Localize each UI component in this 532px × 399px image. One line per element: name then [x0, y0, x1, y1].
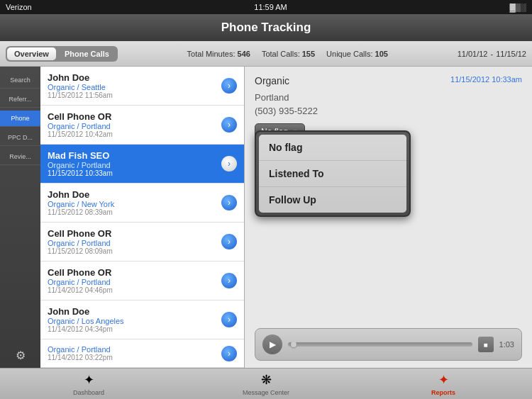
progress-bar[interactable]	[288, 342, 472, 347]
call-arrow-icon: ›	[221, 234, 237, 249]
call-name: Cell Phone OR	[48, 267, 221, 278]
sidebar-item-phone[interactable]: Phone	[0, 111, 40, 127]
call-item[interactable]: Cell Phone OROrganic / Portland11/15/201…	[40, 106, 244, 145]
call-source: Organic / Portland	[48, 161, 221, 169]
tab-bar-reports-label: Reports	[431, 389, 455, 396]
call-time: 11/15/2012 08:39am	[48, 208, 221, 216]
date-separator: -	[491, 50, 494, 58]
call-item[interactable]: Mad Fish SEOOrganic / Portland11/15/2012…	[40, 145, 244, 184]
detail-header: Organic 11/15/2012 10:33am	[255, 75, 522, 86]
tab-bar-dashboard-label: Dashboard	[73, 389, 104, 396]
play-button[interactable]: ▶	[262, 335, 282, 354]
main-content: Search Referr... Phone PPC D... Revie...…	[0, 67, 532, 368]
battery-icon: ▓▒░	[509, 3, 526, 11]
sidebar: Search Referr... Phone PPC D... Revie...…	[0, 67, 40, 368]
flag-dropdown-menu: No flag Listened To Follow Up	[255, 130, 411, 217]
call-arrow-icon: ›	[221, 195, 237, 210]
call-source: Organic / Portland	[48, 239, 221, 247]
call-arrow-icon: ›	[221, 273, 237, 288]
call-item[interactable]: John DoeOrganic / Los Angeles11/14/2012 …	[40, 300, 244, 339]
detail-location: Portland	[255, 92, 522, 103]
call-arrow-icon: ›	[221, 117, 237, 133]
tab-bar-dashboard[interactable]: ✦ Dashboard	[0, 372, 177, 396]
reports-icon: ✦	[438, 372, 449, 388]
sidebar-item-search[interactable]: Search	[0, 72, 40, 89]
page-title: Phone Tracking	[221, 21, 311, 35]
detail-panel: Organic 11/15/2012 10:33am Portland (503…	[245, 67, 532, 368]
call-arrow-icon: ›	[221, 156, 237, 172]
call-time: 11/14/2012 03:22pm	[48, 354, 221, 361]
call-source: Organic / Portland	[48, 278, 221, 286]
messages-icon: ❋	[261, 372, 272, 388]
time-label: 11:59 AM	[254, 3, 287, 11]
call-arrow-icon: ›	[221, 312, 237, 327]
dashboard-icon: ✦	[84, 372, 94, 388]
total-minutes-label: Total Minutes: 546	[187, 50, 250, 58]
call-time: 11/15/2012 11:56am	[48, 91, 221, 99]
tab-bar-reports[interactable]: ✦ Reports	[355, 372, 532, 396]
header-stats: Total Minutes: 546 Total Calls: 155 Uniq…	[123, 50, 452, 58]
call-source: Organic / Los Angeles	[48, 317, 221, 325]
audio-duration: 1:03	[499, 340, 514, 349]
call-list: John DoeOrganic / Seattle11/15/2012 11:5…	[40, 67, 245, 368]
audio-player: ▶ ■ 1:03	[255, 328, 522, 361]
detail-timestamp: 11/15/2012 10:33am	[450, 75, 522, 84]
sidebar-item-referral[interactable]: Referr...	[0, 91, 40, 108]
detail-phone: (503) 935-5222	[255, 106, 522, 116]
call-source: Organic / Portland	[48, 122, 221, 130]
tab-phone-calls[interactable]: Phone Calls	[57, 47, 116, 60]
title-bar: Phone Tracking	[0, 14, 532, 41]
call-name: John Doe	[48, 306, 221, 317]
dropdown-item-listened[interactable]: Listened To	[259, 161, 406, 187]
progress-indicator	[291, 342, 297, 347]
sidebar-item-ppc[interactable]: PPC D...	[0, 130, 40, 146]
call-source: Organic / New York	[48, 200, 221, 208]
call-name: John Doe	[48, 72, 221, 83]
call-source: Organic / Seattle	[48, 83, 221, 91]
call-arrow-icon: ›	[221, 78, 237, 94]
sub-header: Overview Phone Calls Total Minutes: 546 …	[0, 41, 532, 67]
call-arrow-icon: ›	[221, 346, 237, 361]
call-name: Mad Fish SEO	[48, 150, 221, 161]
date-start: 11/01/12	[458, 50, 488, 58]
dropdown-item-followup[interactable]: Follow Up	[259, 187, 406, 213]
carrier-label: Verizon	[6, 3, 32, 11]
call-item[interactable]: Organic / Portland11/14/2012 03:22pm›	[40, 339, 244, 368]
call-time: 11/15/2012 10:33am	[48, 169, 221, 177]
settings-icon[interactable]: ⚙	[16, 349, 26, 362]
call-source: Organic / Portland	[48, 345, 221, 354]
detail-source: Organic	[255, 75, 289, 86]
date-end: 11/15/12	[496, 50, 526, 58]
call-item[interactable]: John DoeOrganic / Seattle11/15/2012 11:5…	[40, 67, 244, 106]
stop-button[interactable]: ■	[478, 337, 494, 352]
call-item[interactable]: Cell Phone OROrganic / Portland11/15/201…	[40, 223, 244, 262]
total-calls-label: Total Calls: 155	[262, 50, 315, 58]
call-item[interactable]: Cell Phone OROrganic / Portland11/14/201…	[40, 262, 244, 300]
tab-bar: ✦ Dashboard ❋ Message Center ✦ Reports	[0, 368, 532, 399]
call-time: 11/14/2012 04:46pm	[48, 286, 221, 294]
call-name: John Doe	[48, 189, 221, 200]
dropdown-item-no-flag[interactable]: No flag	[259, 135, 406, 161]
unique-calls-label: Unique Calls: 105	[326, 50, 388, 58]
call-item[interactable]: John DoeOrganic / New York11/15/2012 08:…	[40, 184, 244, 223]
tab-overview[interactable]: Overview	[7, 47, 56, 60]
status-bar: Verizon 11:59 AM ▓▒░	[0, 0, 532, 14]
call-time: 11/15/2012 08:09am	[48, 247, 221, 255]
tab-bar-messages[interactable]: ❋ Message Center	[177, 372, 355, 396]
call-name: Cell Phone OR	[48, 111, 221, 122]
view-tabs: Overview Phone Calls	[6, 46, 118, 62]
dropdown-inner: No flag Listened To Follow Up	[259, 135, 406, 213]
sidebar-item-reviews[interactable]: Revie...	[0, 149, 40, 165]
call-time: 11/15/2012 10:42am	[48, 130, 221, 138]
call-name: Cell Phone OR	[48, 228, 221, 239]
date-range: 11/01/12 - 11/15/12	[458, 50, 526, 58]
call-time: 11/14/2012 04:34pm	[48, 325, 221, 333]
tab-bar-messages-label: Message Center	[243, 389, 289, 396]
